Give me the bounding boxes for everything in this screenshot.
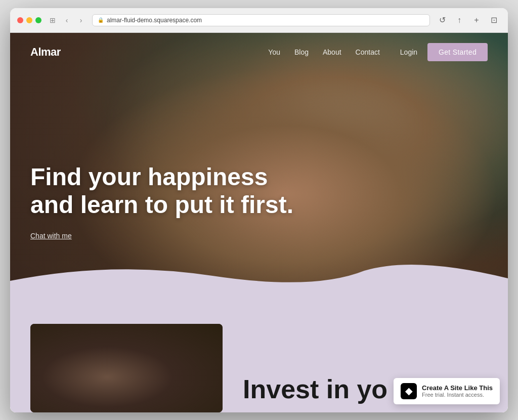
nav-link-you[interactable]: You [268,48,280,56]
hero-chat-link[interactable]: Chat with me [30,232,72,240]
back-button[interactable]: ‹ [61,14,73,26]
site-logo[interactable]: Almar [30,46,61,59]
browser-window: ⊞ ‹ › 🔒 almar-fluid-demo.squarespace.com… [10,8,508,412]
hero-content: Find your happiness and learn to put it … [30,163,293,240]
hero-headline: Find your happiness and learn to put it … [30,163,293,219]
browser-toolbar: ⊞ ‹ › 🔒 almar-fluid-demo.squarespace.com… [10,8,508,33]
browser-nav: ⊞ ‹ › [47,14,87,26]
wave-divider [10,261,508,301]
headline-line2: and learn to put it first. [30,191,293,218]
minimize-button[interactable] [26,17,32,23]
squarespace-logo-icon: ◆ [401,383,417,399]
address-bar[interactable]: 🔒 almar-fluid-demo.squarespace.com [92,14,430,26]
nav-link-blog[interactable]: Blog [294,48,309,56]
nav-link-contact[interactable]: Contact [356,48,380,56]
nav-links: You Blog About Contact [268,48,380,56]
windows-button[interactable]: ⊡ [487,13,501,27]
squarespace-badge-text: Create A Site Like This Free trial. Inst… [422,384,493,398]
maximize-button[interactable] [35,17,41,23]
sidebar-toggle[interactable]: ⊞ [47,14,59,26]
get-started-button[interactable]: Get Started [427,43,488,61]
invest-card-image [30,324,223,412]
lavender-section: Invest in yo ◆ Create A Site Like This F… [10,301,508,412]
nav-link-about[interactable]: About [323,48,341,56]
add-tab-button[interactable]: + [469,13,484,27]
forward-button[interactable]: › [75,14,87,26]
close-button[interactable] [17,17,23,23]
traffic-lights [17,17,41,23]
nav-login[interactable]: Login [400,48,417,56]
share-button[interactable]: ↑ [452,13,466,27]
browser-actions: ↺ ↑ + ⊡ [435,13,501,27]
site-navigation: Almar You Blog About Contact Login Get S… [10,33,508,71]
website-content: Almar You Blog About Contact Login Get S… [10,33,508,412]
squarespace-badge[interactable]: ◆ Create A Site Like This Free trial. In… [394,378,500,404]
headline-line1: Find your happiness [30,163,268,190]
squarespace-badge-title: Create A Site Like This [422,384,493,392]
hero-section: Almar You Blog About Contact Login Get S… [10,33,508,301]
lock-icon: 🔒 [98,17,104,23]
refresh-button[interactable]: ↺ [435,13,449,27]
url-text: almar-fluid-demo.squarespace.com [107,17,202,24]
squarespace-badge-subtitle: Free trial. Instant access. [422,392,493,398]
